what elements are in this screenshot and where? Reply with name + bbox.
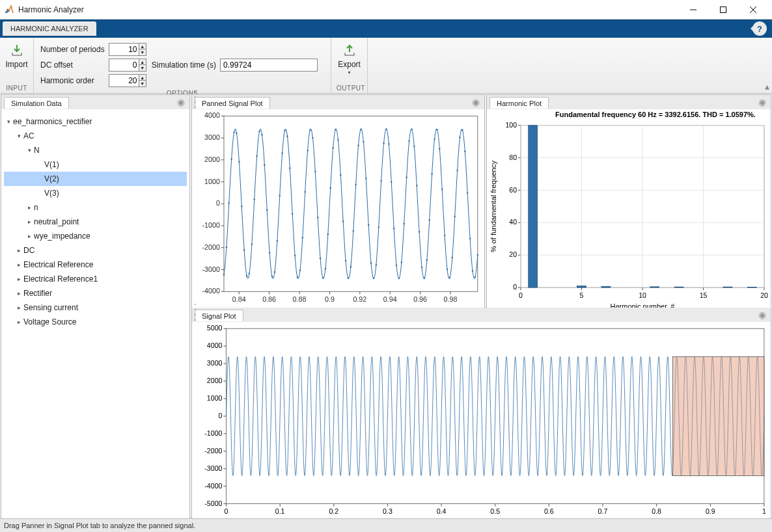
svg-point-122	[434, 139, 435, 140]
svg-point-129	[452, 257, 453, 258]
maximize-button[interactable]	[708, 0, 738, 20]
svg-text:-5000: -5000	[204, 499, 222, 507]
svg-text:5: 5	[580, 291, 584, 299]
svg-point-66	[292, 213, 293, 215]
svg-point-137	[472, 270, 473, 271]
export-button[interactable]: Export ▼	[337, 40, 362, 77]
svg-point-136	[469, 238, 471, 239]
svg-text:-2000: -2000	[204, 447, 222, 455]
close-button[interactable]	[738, 0, 768, 20]
tree-v1[interactable]: V(1)	[4, 157, 187, 172]
svg-text:0.9: 0.9	[706, 507, 715, 515]
help-button[interactable]: ?	[752, 21, 767, 36]
signal-chart[interactable]: -5000-4000-3000-2000-1000010002000300040…	[192, 322, 771, 518]
simulation-data-panel: Simulation Data ◉ ▾ee_harmonics_rectifie…	[1, 94, 190, 519]
svg-point-124	[439, 148, 440, 149]
svg-point-44	[236, 133, 237, 134]
svg-point-125	[441, 189, 443, 190]
periods-down[interactable]: ▼	[139, 49, 146, 55]
svg-text:-4000: -4000	[202, 287, 219, 295]
svg-point-43	[233, 131, 234, 133]
tree-volt[interactable]: ▸Voltage Source	[4, 315, 187, 329]
svg-text:0.3: 0.3	[383, 507, 393, 515]
tree-rect[interactable]: ▸Rectifier	[4, 286, 187, 300]
svg-point-53	[258, 131, 260, 132]
panned-plot-tab[interactable]: Panned Signal Plot	[195, 97, 270, 109]
svg-point-57	[269, 252, 270, 254]
svg-point-49	[249, 273, 250, 274]
svg-point-61	[279, 194, 281, 196]
svg-point-51	[254, 198, 255, 200]
signal-tree[interactable]: ▾ee_harmonics_rectifier ▾AC ▾N V(1) V(2)…	[1, 109, 189, 334]
tree-ac[interactable]: ▾AC	[4, 129, 187, 143]
svg-text:0: 0	[519, 291, 523, 299]
harmonic-chart[interactable]: Fundamental frequency 60 Hz = 3392.6156.…	[487, 109, 771, 310]
periods-spinner[interactable]: ▲▼	[109, 43, 146, 56]
svg-point-84	[337, 139, 338, 140]
svg-rect-177	[529, 126, 538, 287]
svg-text:0.84: 0.84	[232, 295, 246, 303]
svg-point-114	[413, 146, 415, 147]
svg-point-60	[277, 240, 278, 241]
horder-up[interactable]: ▲	[139, 75, 146, 81]
svg-point-63	[284, 129, 285, 131]
tree-v2[interactable]: V(2)	[4, 172, 187, 186]
import-button[interactable]: Import	[5, 40, 28, 72]
svg-point-97	[370, 262, 372, 263]
panel-menu-icon[interactable]: ◉	[758, 98, 767, 107]
signal-plot-tab[interactable]: Signal Plot	[195, 310, 243, 321]
simulation-data-tab[interactable]: Simulation Data	[4, 97, 69, 109]
svg-point-112	[408, 140, 409, 142]
svg-text:0.96: 0.96	[413, 295, 427, 303]
svg-text:0.98: 0.98	[444, 295, 458, 303]
svg-rect-229	[672, 356, 764, 475]
section-label-output: OUTPUT	[337, 85, 362, 93]
svg-text:0.5: 0.5	[490, 507, 500, 515]
periods-input[interactable]	[109, 45, 139, 54]
tree-n-lower[interactable]: ▸n	[4, 200, 187, 215]
simtime-input[interactable]	[220, 59, 318, 72]
svg-text:-4000: -4000	[204, 482, 222, 490]
svg-point-85	[340, 174, 341, 176]
svg-point-59	[274, 271, 275, 273]
tree-sens[interactable]: ▸Sensing current	[4, 300, 187, 315]
dcoffset-input[interactable]	[109, 60, 139, 70]
minimize-button[interactable]	[678, 0, 708, 20]
tab-harmonic-analyzer[interactable]: HARMONIC ANALYZER	[3, 21, 96, 36]
horder-input[interactable]	[109, 76, 139, 85]
svg-point-92	[357, 145, 359, 146]
tree-N[interactable]: ▾N	[4, 143, 187, 157]
dcoffset-down[interactable]: ▼	[139, 65, 146, 71]
tree-root[interactable]: ▾ee_harmonics_rectifier	[4, 114, 187, 129]
import-label: Import	[6, 60, 28, 69]
svg-point-88	[348, 278, 349, 279]
svg-point-106	[393, 228, 394, 229]
dcoffset-spinner[interactable]: ▲▼	[109, 59, 146, 72]
periods-up[interactable]: ▲	[139, 44, 146, 49]
panel-menu-icon[interactable]: ◉	[758, 310, 767, 319]
horder-down[interactable]: ▼	[139, 81, 146, 86]
svg-point-41	[228, 202, 230, 204]
panned-signal-chart[interactable]: -4000-3000-2000-1000010002000300040000.8…	[192, 109, 484, 310]
panel-menu-icon[interactable]: ◉	[471, 98, 480, 107]
panel-menu-icon[interactable]: ◉	[176, 98, 186, 107]
dcoffset-label: DC offset	[40, 60, 105, 70]
svg-point-89	[350, 266, 352, 267]
tree-wye[interactable]: ▸wye_impedance	[4, 229, 187, 243]
tree-neutral[interactable]: ▸neutral_point	[4, 215, 187, 229]
tree-er[interactable]: ▸Electrical Reference	[4, 258, 187, 272]
svg-point-94	[363, 141, 364, 142]
export-label: Export	[338, 60, 361, 69]
tree-dc[interactable]: ▸DC	[4, 243, 187, 258]
panned-plot-panel: Panned Signal Plot ◉ -4000-3000-2000-100…	[191, 94, 485, 311]
svg-point-47	[243, 249, 245, 250]
svg-point-48	[246, 275, 247, 276]
collapse-toolstrip-icon[interactable]: ▴	[765, 81, 769, 92]
dcoffset-up[interactable]: ▲	[139, 59, 146, 65]
svg-point-104	[388, 143, 389, 144]
horder-spinner[interactable]: ▲▼	[109, 74, 146, 87]
tree-v3[interactable]: V(3)	[4, 186, 187, 200]
tree-er1[interactable]: ▸Electrical Reference1	[4, 272, 187, 286]
harmonic-plot-tab[interactable]: Harmonic Plot	[489, 97, 549, 109]
svg-text:0.1: 0.1	[275, 507, 285, 515]
